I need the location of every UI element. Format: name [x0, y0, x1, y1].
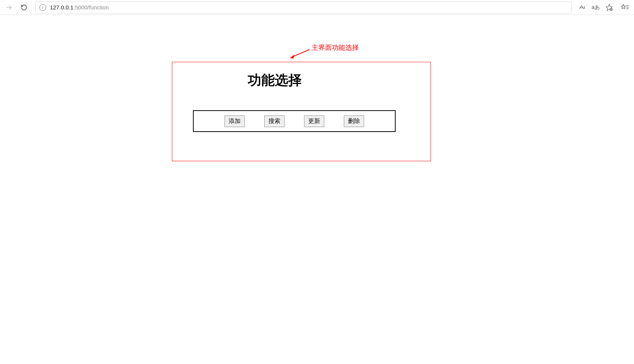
- update-button[interactable]: 更新: [304, 115, 324, 127]
- read-aloud-icon[interactable]: [578, 3, 587, 12]
- translate-icon[interactable]: aあ: [591, 3, 600, 12]
- svg-line-10: [292, 49, 310, 57]
- favorites-icon[interactable]: [620, 3, 629, 12]
- page-title: 功能选择: [248, 71, 302, 90]
- refresh-button[interactable]: [18, 1, 30, 13]
- forward-button[interactable]: [3, 1, 15, 13]
- address-bar[interactable]: i 127.0.0.1:5000/function: [35, 1, 572, 13]
- browser-toolbar: i 127.0.0.1:5000/function aあ: [0, 0, 634, 15]
- site-info-icon[interactable]: i: [39, 4, 46, 11]
- svg-marker-6: [621, 4, 626, 9]
- page-content: 主界面功能选择 功能选择 添加 搜索 更新 删除: [0, 15, 634, 364]
- toolbar-icons: aあ: [578, 3, 631, 12]
- annotation-label: 主界面功能选择: [312, 43, 359, 52]
- url-text: 127.0.0.1:5000/function: [50, 4, 109, 10]
- annotation-arrow-icon: [289, 49, 312, 60]
- add-button[interactable]: 添加: [224, 115, 245, 127]
- delete-button[interactable]: 删除: [344, 115, 364, 127]
- search-button[interactable]: 搜索: [264, 115, 285, 127]
- favorites-add-icon[interactable]: [605, 3, 614, 12]
- function-button-container: 添加 搜索 更新 删除: [193, 110, 396, 132]
- svg-marker-11: [290, 55, 294, 58]
